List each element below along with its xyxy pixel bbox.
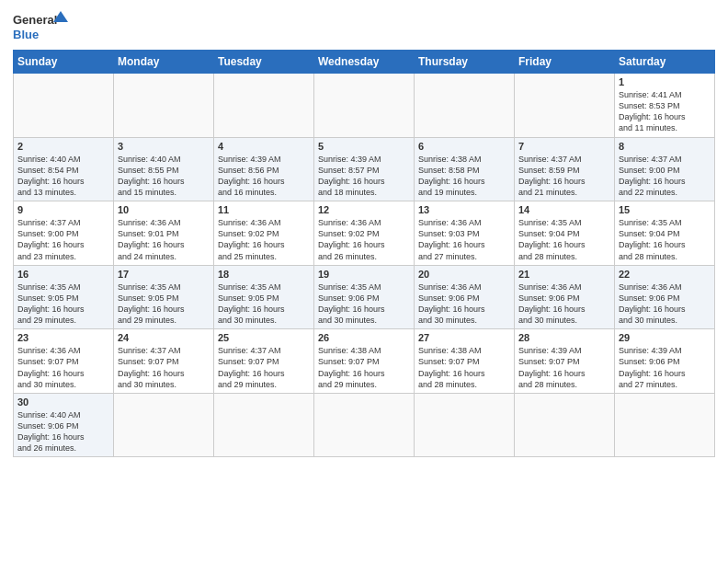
calendar-cell xyxy=(214,393,314,457)
day-number: 25 xyxy=(218,332,310,343)
calendar-cell: 19Sunrise: 4:35 AM Sunset: 9:06 PM Dayli… xyxy=(314,265,415,329)
day-number: 22 xyxy=(619,269,711,280)
day-number: 7 xyxy=(518,141,610,152)
calendar-cell xyxy=(14,74,114,138)
day-number: 19 xyxy=(318,269,410,280)
day-number: 18 xyxy=(218,269,310,280)
svg-text:Blue: Blue xyxy=(13,28,39,41)
calendar-cell: 9Sunrise: 4:37 AM Sunset: 9:00 PM Daylig… xyxy=(14,201,114,266)
day-info: Sunrise: 4:36 AM Sunset: 9:06 PM Dayligh… xyxy=(619,282,711,327)
day-info: Sunrise: 4:36 AM Sunset: 9:02 PM Dayligh… xyxy=(218,217,310,262)
calendar-cell: 18Sunrise: 4:35 AM Sunset: 9:05 PM Dayli… xyxy=(214,265,314,329)
calendar-body: 1Sunrise: 4:41 AM Sunset: 8:53 PM Daylig… xyxy=(14,74,715,457)
day-number: 16 xyxy=(17,269,109,280)
calendar-cell: 3Sunrise: 4:40 AM Sunset: 8:55 PM Daylig… xyxy=(114,137,214,201)
calendar-cell: 25Sunrise: 4:37 AM Sunset: 9:07 PM Dayli… xyxy=(214,329,314,394)
day-info: Sunrise: 4:35 AM Sunset: 9:06 PM Dayligh… xyxy=(318,282,410,327)
calendar-cell: 29Sunrise: 4:39 AM Sunset: 9:06 PM Dayli… xyxy=(615,329,715,394)
header: General Blue xyxy=(13,9,715,44)
day-number: 8 xyxy=(619,141,711,152)
day-info: Sunrise: 4:37 AM Sunset: 9:00 PM Dayligh… xyxy=(619,154,711,199)
calendar-cell: 12Sunrise: 4:36 AM Sunset: 9:02 PM Dayli… xyxy=(314,201,415,266)
calendar-cell: 17Sunrise: 4:35 AM Sunset: 9:05 PM Dayli… xyxy=(114,265,214,329)
calendar-cell: 30Sunrise: 4:40 AM Sunset: 9:06 PM Dayli… xyxy=(14,393,114,457)
calendar-cell: 6Sunrise: 4:38 AM Sunset: 8:58 PM Daylig… xyxy=(415,137,515,201)
weekday-monday: Monday xyxy=(114,51,214,74)
day-info: Sunrise: 4:39 AM Sunset: 8:56 PM Dayligh… xyxy=(218,154,310,199)
day-number: 24 xyxy=(118,332,210,343)
day-info: Sunrise: 4:41 AM Sunset: 8:53 PM Dayligh… xyxy=(619,89,711,134)
calendar-cell: 23Sunrise: 4:36 AM Sunset: 9:07 PM Dayli… xyxy=(14,329,114,394)
calendar-cell: 21Sunrise: 4:36 AM Sunset: 9:06 PM Dayli… xyxy=(515,265,615,329)
svg-text:General: General xyxy=(13,13,57,27)
day-number: 27 xyxy=(418,332,510,343)
calendar-cell xyxy=(515,74,615,138)
day-info: Sunrise: 4:40 AM Sunset: 8:55 PM Dayligh… xyxy=(118,154,210,199)
day-number: 11 xyxy=(218,204,310,215)
day-info: Sunrise: 4:37 AM Sunset: 9:07 PM Dayligh… xyxy=(218,345,310,390)
day-info: Sunrise: 4:35 AM Sunset: 9:04 PM Dayligh… xyxy=(619,217,711,262)
day-number: 30 xyxy=(17,396,109,408)
calendar-week-6: 30Sunrise: 4:40 AM Sunset: 9:06 PM Dayli… xyxy=(14,393,715,457)
calendar-cell xyxy=(415,393,515,457)
calendar-cell xyxy=(114,393,214,457)
calendar-cell: 2Sunrise: 4:40 AM Sunset: 8:54 PM Daylig… xyxy=(14,137,114,201)
day-number: 12 xyxy=(318,204,410,215)
day-info: Sunrise: 4:36 AM Sunset: 9:03 PM Dayligh… xyxy=(418,217,510,262)
logo-svg: General Blue xyxy=(13,9,68,44)
calendar-cell: 22Sunrise: 4:36 AM Sunset: 9:06 PM Dayli… xyxy=(615,265,715,329)
day-number: 2 xyxy=(17,141,109,152)
calendar-cell: 20Sunrise: 4:36 AM Sunset: 9:06 PM Dayli… xyxy=(415,265,515,329)
weekday-thursday: Thursday xyxy=(415,51,515,74)
calendar-cell: 24Sunrise: 4:37 AM Sunset: 9:07 PM Dayli… xyxy=(114,329,214,394)
weekday-header-row: SundayMondayTuesdayWednesdayThursdayFrid… xyxy=(14,51,715,74)
day-number: 21 xyxy=(518,269,610,280)
day-info: Sunrise: 4:35 AM Sunset: 9:05 PM Dayligh… xyxy=(218,282,310,327)
calendar-week-2: 2Sunrise: 4:40 AM Sunset: 8:54 PM Daylig… xyxy=(14,137,715,201)
calendar-cell: 26Sunrise: 4:38 AM Sunset: 9:07 PM Dayli… xyxy=(314,329,415,394)
calendar-week-1: 1Sunrise: 4:41 AM Sunset: 8:53 PM Daylig… xyxy=(14,74,715,138)
calendar-week-5: 23Sunrise: 4:36 AM Sunset: 9:07 PM Dayli… xyxy=(14,329,715,394)
day-info: Sunrise: 4:36 AM Sunset: 9:01 PM Dayligh… xyxy=(118,217,210,262)
weekday-tuesday: Tuesday xyxy=(214,51,314,74)
day-number: 15 xyxy=(619,204,711,215)
day-info: Sunrise: 4:38 AM Sunset: 9:07 PM Dayligh… xyxy=(318,345,410,390)
day-info: Sunrise: 4:36 AM Sunset: 9:07 PM Dayligh… xyxy=(17,345,109,390)
logo: General Blue xyxy=(13,9,68,44)
day-info: Sunrise: 4:39 AM Sunset: 9:07 PM Dayligh… xyxy=(518,345,610,390)
day-number: 3 xyxy=(118,141,210,152)
day-info: Sunrise: 4:35 AM Sunset: 9:04 PM Dayligh… xyxy=(518,217,610,262)
day-info: Sunrise: 4:38 AM Sunset: 9:07 PM Dayligh… xyxy=(418,345,510,390)
day-info: Sunrise: 4:35 AM Sunset: 9:05 PM Dayligh… xyxy=(17,282,109,327)
day-info: Sunrise: 4:39 AM Sunset: 8:57 PM Dayligh… xyxy=(318,154,410,199)
day-number: 5 xyxy=(318,141,410,152)
calendar-cell xyxy=(314,393,415,457)
calendar-cell: 15Sunrise: 4:35 AM Sunset: 9:04 PM Dayli… xyxy=(615,201,715,266)
calendar-week-3: 9Sunrise: 4:37 AM Sunset: 9:00 PM Daylig… xyxy=(14,201,715,266)
weekday-sunday: Sunday xyxy=(14,51,114,74)
day-number: 1 xyxy=(619,76,711,87)
day-info: Sunrise: 4:37 AM Sunset: 9:07 PM Dayligh… xyxy=(118,345,210,390)
calendar-cell xyxy=(515,393,615,457)
calendar-cell: 14Sunrise: 4:35 AM Sunset: 9:04 PM Dayli… xyxy=(515,201,615,266)
weekday-saturday: Saturday xyxy=(615,51,715,74)
day-number: 28 xyxy=(518,332,610,343)
calendar-cell xyxy=(415,74,515,138)
day-number: 9 xyxy=(17,204,109,215)
calendar-cell xyxy=(114,74,214,138)
day-number: 26 xyxy=(318,332,410,343)
day-info: Sunrise: 4:36 AM Sunset: 9:06 PM Dayligh… xyxy=(518,282,610,327)
calendar-cell: 13Sunrise: 4:36 AM Sunset: 9:03 PM Dayli… xyxy=(415,201,515,266)
day-info: Sunrise: 4:37 AM Sunset: 8:59 PM Dayligh… xyxy=(518,154,610,199)
calendar-cell xyxy=(615,393,715,457)
calendar-cell: 16Sunrise: 4:35 AM Sunset: 9:05 PM Dayli… xyxy=(14,265,114,329)
day-info: Sunrise: 4:35 AM Sunset: 9:05 PM Dayligh… xyxy=(118,282,210,327)
calendar-cell: 1Sunrise: 4:41 AM Sunset: 8:53 PM Daylig… xyxy=(615,74,715,138)
calendar-cell: 7Sunrise: 4:37 AM Sunset: 8:59 PM Daylig… xyxy=(515,137,615,201)
day-number: 20 xyxy=(418,269,510,280)
day-number: 13 xyxy=(418,204,510,215)
day-number: 6 xyxy=(418,141,510,152)
day-number: 23 xyxy=(17,332,109,343)
calendar-week-4: 16Sunrise: 4:35 AM Sunset: 9:05 PM Dayli… xyxy=(14,265,715,329)
day-number: 10 xyxy=(118,204,210,215)
